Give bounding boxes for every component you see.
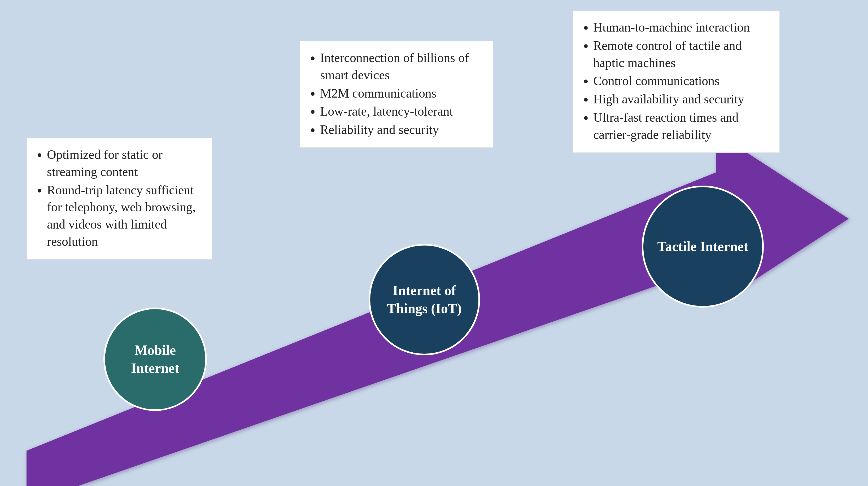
mobile-list: Optimized for static or streaming conten… — [36, 146, 203, 250]
tactile-item-4: High availability and security — [593, 91, 770, 108]
tactile-internet-circle: Tactile Internet — [642, 186, 764, 307]
tactile-item-5: Ultra-fast reaction times and carrier-gr… — [593, 109, 770, 143]
tactile-item-1: Human-to-machine interaction — [593, 19, 770, 36]
iot-item-2: M2M communications — [320, 85, 484, 102]
iot-item-4: Reliability and security — [320, 121, 484, 138]
tactile-item-3: Control communications — [593, 72, 770, 90]
mobile-info-box: Optimized for static or streaming conten… — [27, 138, 212, 260]
iot-info-box: Interconnection of billions of smart dev… — [300, 41, 493, 148]
iot-circle: Internet of Things (IoT) — [369, 244, 480, 355]
mobile-item-1: Optimized for static or streaming conten… — [47, 146, 203, 181]
diagram-container: Optimized for static or streaming conten… — [0, 0, 868, 486]
tactile-list: Human-to-machine interaction Remote cont… — [583, 19, 770, 143]
iot-label: Internet of Things (IoT) — [384, 279, 464, 320]
mobile-item-2: Round-trip latency sufficient for teleph… — [47, 182, 203, 250]
mobile-internet-label: Mobile Internet — [128, 338, 182, 380]
tactile-item-2: Remote control of tactile and haptic mac… — [593, 37, 770, 72]
iot-list: Interconnection of billions of smart dev… — [309, 49, 484, 138]
tactile-info-box: Human-to-machine interaction Remote cont… — [573, 10, 780, 153]
iot-item-1: Interconnection of billions of smart dev… — [320, 49, 484, 84]
iot-item-3: Low-rate, latency-tolerant — [320, 103, 484, 120]
mobile-internet-circle: Mobile Internet — [103, 307, 207, 411]
tactile-internet-label: Tactile Internet — [654, 235, 751, 258]
